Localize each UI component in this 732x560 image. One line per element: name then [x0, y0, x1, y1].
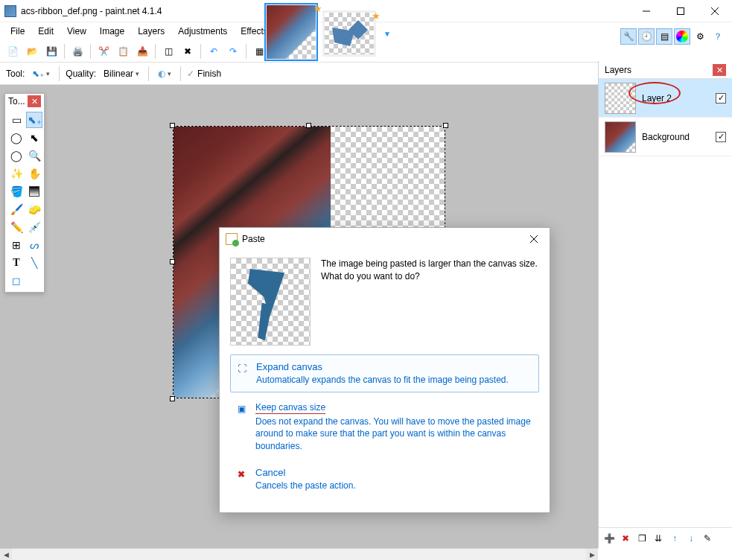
dialog-top-row: The image being pasted is larger than th…	[230, 258, 539, 346]
layer-item[interactable]: Background	[599, 118, 732, 156]
option-text: Keep canvas size Does not expand the can…	[255, 401, 535, 452]
handle-top-right[interactable]	[443, 123, 448, 128]
color-picker-tool[interactable]: 💉	[26, 219, 42, 235]
lasso-tool[interactable]: ◯	[8, 130, 25, 146]
crop-icon[interactable]: ◫	[160, 43, 176, 60]
tools-window-close[interactable]: ✕	[28, 95, 41, 107]
undo-icon[interactable]: ↶	[206, 43, 222, 60]
add-layer-icon[interactable]: ➕	[602, 531, 617, 546]
merge-layer-icon[interactable]: ⇊	[651, 531, 666, 546]
toolbar-separator	[148, 66, 149, 81]
cancel-icon: ✖	[235, 468, 248, 481]
scroll-left-arrow[interactable]: ◀	[0, 549, 12, 560]
move-selection-tool[interactable]: ⬉	[26, 130, 42, 146]
deselect-icon[interactable]: ✖	[179, 43, 196, 60]
layers-panel-close[interactable]: ✕	[713, 64, 726, 76]
clone-stamp-tool[interactable]: ⊞	[8, 237, 25, 253]
option-title: Expand canvas	[256, 361, 509, 372]
menu-adjustments[interactable]: Adjustments	[172, 24, 233, 39]
help-icon[interactable]: ？	[710, 28, 726, 45]
dialog-preview-thumb	[230, 258, 311, 346]
print-icon[interactable]: 🖨️	[69, 43, 86, 60]
layers-window-toggle[interactable]: ▤	[656, 28, 672, 45]
tools-window-toggle[interactable]: 🔧	[620, 28, 637, 45]
quality-label: Quality:	[66, 69, 96, 79]
shapes-tool[interactable]: ◻	[8, 273, 25, 289]
option-keep-canvas[interactable]: ▣ Keep canvas size Does not expand the c…	[230, 395, 539, 458]
magic-wand-tool[interactable]: ✨	[8, 165, 25, 182]
move-up-icon[interactable]: ↑	[667, 531, 682, 546]
option-cancel[interactable]: ✖ Cancel Cancels the paste action.	[230, 461, 539, 497]
redo-icon[interactable]: ↷	[225, 43, 241, 60]
paste-icon[interactable]: 📥	[134, 43, 150, 60]
scroll-right-arrow[interactable]: ▶	[586, 549, 598, 560]
layer-name: Background	[642, 132, 710, 142]
text-tool[interactable]: T	[8, 255, 25, 271]
line-curve-tool[interactable]: ╲	[26, 255, 42, 271]
menu-view[interactable]: View	[61, 24, 92, 39]
app-icon	[4, 5, 16, 17]
eraser-tool[interactable]: 🧽	[26, 201, 42, 217]
layer-list: Layer 2 Background	[599, 79, 732, 527]
dialog-body: The image being pasted is larger than th…	[220, 250, 550, 512]
settings-icon[interactable]: ⚙	[692, 28, 708, 45]
layer-visible-checkbox[interactable]	[716, 132, 726, 142]
finish-button[interactable]: Finish	[187, 69, 221, 79]
sampling-dropdown[interactable]: ◐	[155, 67, 174, 80]
move-down-icon[interactable]: ↓	[684, 531, 698, 546]
close-button[interactable]	[698, 0, 732, 22]
handle-mid-left[interactable]	[170, 259, 175, 264]
history-window-toggle[interactable]: 🕘	[638, 28, 655, 45]
toolbar-separator	[180, 66, 181, 81]
window-controls	[629, 0, 732, 22]
maximize-button[interactable]	[663, 0, 698, 22]
colors-window-toggle[interactable]	[674, 28, 690, 45]
scroll-track[interactable]	[12, 549, 586, 560]
paintbrush-tool[interactable]: 🖌️	[8, 201, 25, 217]
document-thumb-1[interactable]: ★	[264, 3, 318, 61]
empty-tool-slot	[26, 273, 42, 289]
new-icon[interactable]: 📄	[4, 43, 21, 60]
cut-icon[interactable]: ✂️	[95, 43, 112, 60]
save-icon[interactable]: 💾	[43, 43, 60, 60]
document-thumb-2[interactable]: ★	[322, 10, 376, 57]
dialog-close-button[interactable]	[523, 230, 545, 248]
ellipse-select-tool[interactable]: ◯	[8, 147, 25, 164]
menu-layers[interactable]: Layers	[132, 24, 171, 39]
menu-edit[interactable]: Edit	[32, 24, 60, 39]
tools-window-titlebar[interactable]: To... ✕	[5, 94, 44, 109]
rectangle-select-tool[interactable]: ▭	[8, 112, 25, 128]
layer-item[interactable]: Layer 2	[599, 79, 732, 118]
duplicate-layer-icon[interactable]: ❐	[634, 531, 649, 546]
gradient-tool[interactable]	[26, 183, 42, 200]
menu-file[interactable]: File	[4, 24, 31, 39]
pan-tool[interactable]: ✋	[26, 165, 42, 182]
option-title: Cancel	[255, 467, 356, 478]
layer-properties-icon[interactable]: ✎	[700, 531, 715, 546]
move-selected-tool[interactable]: ⬉₊	[26, 112, 42, 128]
dialog-titlebar[interactable]: Paste	[220, 228, 550, 250]
layer-visible-checkbox[interactable]	[716, 93, 726, 104]
copy-icon[interactable]: 📋	[115, 43, 131, 60]
minimize-button[interactable]	[629, 0, 663, 22]
document-list-dropdown[interactable]: ▼	[383, 30, 391, 38]
pencil-tool[interactable]: ✏️	[8, 219, 25, 235]
quality-dropdown[interactable]: Bilinear	[101, 67, 142, 80]
open-icon[interactable]: 📂	[24, 43, 40, 60]
zoom-tool[interactable]: 🔍	[26, 147, 42, 164]
menu-image[interactable]: Image	[94, 24, 130, 39]
toolbar-separator	[59, 66, 60, 81]
toolbar-separator	[90, 44, 91, 59]
handle-top-mid[interactable]	[306, 123, 311, 128]
dialog-title: Paste	[242, 234, 523, 244]
handle-top-left[interactable]	[170, 123, 175, 128]
recolor-tool[interactable]: ᔕ	[26, 237, 42, 253]
layers-panel-header[interactable]: Layers ✕	[599, 61, 732, 79]
option-expand-canvas[interactable]: ⛶ Expand canvas Automatically expands th…	[230, 354, 539, 392]
paint-bucket-tool[interactable]: 🪣	[8, 183, 25, 200]
horizontal-scrollbar[interactable]: ◀ ▶	[0, 548, 598, 560]
tool-dropdown[interactable]: ⬉₊	[29, 67, 53, 80]
delete-layer-icon[interactable]: ✖	[618, 531, 633, 546]
tools-window[interactable]: To... ✕ ▭ ⬉₊ ◯ ⬉ ◯ 🔍 ✨ ✋ 🪣 🖌️ 🧽 ✏️ 💉 ⊞ ᔕ…	[4, 93, 45, 293]
handle-bottom-left[interactable]	[170, 396, 175, 401]
